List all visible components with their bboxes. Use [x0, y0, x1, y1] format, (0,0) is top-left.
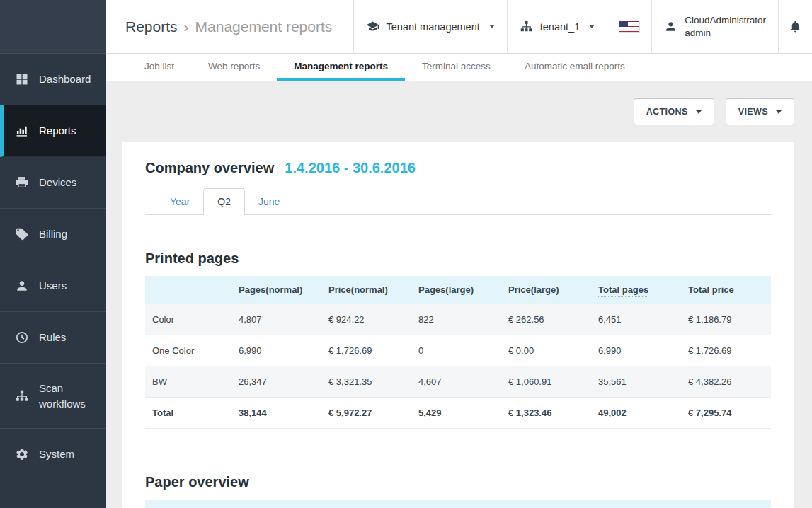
breadcrumb-separator: › — [184, 18, 189, 35]
main-area: Reports › Management reports Tenant mana… — [106, 0, 812, 508]
header-controls: Tenant management tenant_1 — [353, 0, 812, 53]
tab-management-reports[interactable]: Management reports — [277, 54, 405, 81]
col-header-pages-normal: Pages(normal) — [231, 276, 321, 304]
toolbar: ACTIONS VIEWS — [106, 81, 812, 125]
col-header-pages-large: Pages(large) — [411, 276, 501, 304]
row-label: Color — [145, 304, 231, 335]
section-tabs: Job list Web reports Management reports … — [106, 54, 812, 81]
sitemap-icon — [14, 388, 30, 404]
top-header: Reports › Management reports Tenant mana… — [106, 0, 812, 54]
cell: 6,451 — [591, 304, 681, 335]
user-role: admin — [685, 27, 766, 40]
tab-job-list[interactable]: Job list — [127, 54, 191, 81]
cell: 38,144 — [231, 398, 321, 429]
sidebar-item-dashboard[interactable]: Dashboard — [0, 54, 106, 105]
sidebar-item-devices[interactable]: Devices — [0, 157, 106, 209]
tab-terminal-access[interactable]: Terminal access — [405, 54, 508, 81]
sidebar-item-billing[interactable]: Billing — [0, 209, 106, 260]
printed-pages-table: Pages(normal) Price(normal) Pages(large)… — [145, 276, 771, 429]
report-title: Company overview — [145, 160, 274, 176]
paper-overview-table-header — [145, 500, 771, 508]
bell-icon — [789, 20, 802, 33]
report-title-row: Company overview 1.4.2016 - 30.6.2016 — [145, 160, 771, 176]
sidebar-item-label: Billing — [39, 226, 67, 242]
person-icon — [664, 20, 677, 33]
tag-icon — [14, 226, 30, 242]
tenant-selector[interactable]: tenant_1 — [507, 0, 607, 53]
cell: 49,002 — [591, 398, 681, 429]
notifications-button[interactable] — [778, 0, 812, 53]
views-button[interactable]: VIEWS — [726, 98, 794, 125]
person-icon — [14, 278, 30, 294]
bar-chart-icon — [14, 123, 30, 139]
cell: 6,990 — [231, 335, 321, 366]
user-menu[interactable]: CloudAdministrator admin — [651, 0, 778, 53]
sidebar-item-label: Reports — [39, 123, 76, 139]
cell: 26,347 — [231, 366, 321, 398]
tenant-management-menu[interactable]: Tenant management — [353, 0, 507, 53]
sidebar-item-label: Rules — [39, 330, 66, 345]
cell: 4,607 — [411, 366, 501, 398]
logo-area — [0, 0, 106, 54]
sidebar-item-system[interactable]: System — [0, 429, 106, 480]
us-flag-icon — [619, 21, 639, 32]
sidebar-item-users[interactable]: Users — [0, 260, 106, 312]
sidebar-item-label: Devices — [39, 175, 76, 190]
row-label: BW — [145, 366, 231, 398]
sitemap-icon — [520, 20, 533, 33]
period-tabs: Year Q2 June — [145, 188, 771, 215]
chevron-down-icon — [776, 110, 782, 114]
table-total-row: Total 38,144 € 5,972.27 5,429 € 1,323.46… — [145, 398, 771, 429]
cell: € 262.56 — [501, 304, 591, 335]
row-label: One Color — [145, 335, 231, 366]
printer-icon — [14, 175, 30, 190]
dashboard-icon — [14, 71, 30, 87]
sidebar-item-label: System — [39, 446, 74, 462]
col-header-empty — [145, 276, 231, 304]
app-screen: Dashboard Reports Devices Billing — [0, 0, 812, 508]
cell: € 1,726.69 — [321, 335, 411, 366]
breadcrumb-page: Management reports — [195, 18, 333, 35]
sidebar-item-reports[interactable]: Reports — [0, 105, 106, 157]
breadcrumb-section[interactable]: Reports — [125, 18, 178, 35]
col-header-total-price: Total price — [681, 276, 771, 304]
chevron-down-icon — [696, 110, 702, 114]
period-tab-q2[interactable]: Q2 — [203, 188, 245, 215]
content-area: ACTIONS VIEWS Company overview 1.4.2016 … — [106, 81, 812, 508]
tenant-label: tenant_1 — [540, 21, 580, 33]
language-selector[interactable] — [607, 0, 651, 53]
chevron-down-icon — [489, 25, 495, 28]
period-tab-year[interactable]: Year — [156, 189, 203, 214]
table-row: BW 26,347 € 3,321.35 4,607 € 1,060.91 35… — [145, 366, 771, 398]
table-row: One Color 6,990 € 1,726.69 0 € 0.00 6,99… — [145, 335, 771, 366]
table-header-row: Pages(normal) Price(normal) Pages(large)… — [145, 276, 771, 304]
col-header-total-pages[interactable]: Total pages — [591, 276, 681, 304]
sidebar-filler — [0, 480, 106, 508]
clock-icon — [14, 330, 30, 345]
cell: € 1,186.79 — [681, 304, 771, 335]
sidebar-item-label: Scan workflows — [39, 381, 98, 412]
sidebar: Dashboard Reports Devices Billing — [0, 0, 106, 508]
cell: € 3,321.35 — [321, 366, 411, 398]
cell: € 924.22 — [321, 304, 411, 335]
actions-button[interactable]: ACTIONS — [634, 98, 714, 125]
sidebar-item-label: Dashboard — [39, 71, 91, 87]
period-tab-june[interactable]: June — [245, 189, 293, 214]
cell: 822 — [411, 304, 501, 335]
sidebar-item-rules[interactable]: Rules — [0, 312, 106, 364]
tab-web-reports[interactable]: Web reports — [191, 54, 277, 81]
printed-pages-heading: Printed pages — [145, 250, 771, 267]
col-header-price-normal: Price(normal) — [321, 276, 411, 304]
sidebar-nav: Dashboard Reports Devices Billing — [0, 54, 106, 508]
gear-icon — [14, 446, 30, 462]
tab-automatic-email-reports[interactable]: Automatic email reports — [508, 54, 642, 81]
col-header-price-large: Price(large) — [501, 276, 591, 304]
cell: 6,990 — [591, 335, 681, 366]
cell: € 1,323.46 — [501, 398, 591, 429]
graduation-cap-icon — [366, 20, 379, 33]
sidebar-item-scan-workflows[interactable]: Scan workflows — [0, 364, 106, 429]
cell: € 0.00 — [501, 335, 591, 366]
cell: 5,429 — [411, 398, 501, 429]
sidebar-item-label: Users — [39, 278, 67, 294]
cell: € 1,060.91 — [501, 366, 591, 398]
